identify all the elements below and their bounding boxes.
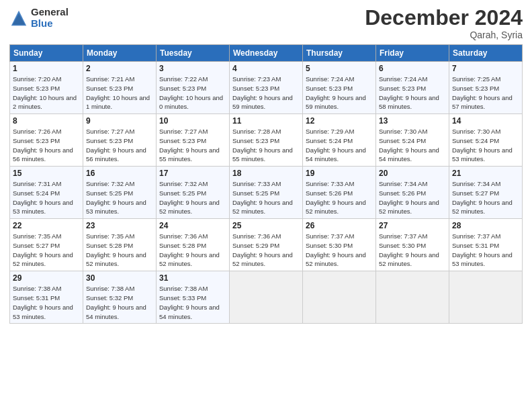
calendar-table: Sunday Monday Tuesday Wednesday Thursday…	[9, 44, 523, 324]
col-friday: Friday	[376, 45, 449, 62]
table-row: 22 Sunrise: 7:35 AMSunset: 5:27 PMDaylig…	[10, 219, 83, 271]
col-saturday: Saturday	[449, 45, 523, 62]
logo-general: General	[31, 7, 69, 18]
table-row: 28 Sunrise: 7:37 AMSunset: 5:31 PMDaylig…	[449, 219, 523, 271]
table-row: 20 Sunrise: 7:34 AMSunset: 5:26 PMDaylig…	[376, 167, 449, 219]
page: General Blue December 2024 Qarah, Syria …	[0, 0, 532, 411]
table-row: 18 Sunrise: 7:33 AMSunset: 5:25 PMDaylig…	[230, 167, 303, 219]
table-row: 11 Sunrise: 7:28 AMSunset: 5:23 PMDaylig…	[230, 114, 303, 167]
title-block: December 2024 Qarah, Syria	[365, 7, 523, 40]
table-row: 13 Sunrise: 7:30 AMSunset: 5:24 PMDaylig…	[376, 114, 449, 167]
week-row: 8 Sunrise: 7:26 AMSunset: 5:23 PMDayligh…	[10, 114, 523, 167]
col-tuesday: Tuesday	[157, 45, 230, 62]
week-row: 1 Sunrise: 7:20 AMSunset: 5:23 PMDayligh…	[10, 62, 523, 114]
empty-cell	[230, 271, 303, 324]
logo: General Blue	[9, 7, 69, 29]
col-sunday: Sunday	[10, 45, 83, 62]
col-wednesday: Wednesday	[230, 45, 303, 62]
week-row: 15 Sunrise: 7:31 AMSunset: 5:24 PMDaylig…	[10, 167, 523, 219]
table-row: 7 Sunrise: 7:25 AMSunset: 5:23 PMDayligh…	[449, 62, 523, 114]
table-row: 24 Sunrise: 7:36 AMSunset: 5:28 PMDaylig…	[157, 219, 230, 271]
svg-marker-1	[13, 13, 25, 25]
table-row: 29 Sunrise: 7:38 AMSunset: 5:31 PMDaylig…	[10, 271, 83, 324]
table-row: 31 Sunrise: 7:38 AMSunset: 5:33 PMDaylig…	[157, 271, 230, 324]
table-row: 5 Sunrise: 7:24 AMSunset: 5:23 PMDayligh…	[303, 62, 376, 114]
col-thursday: Thursday	[303, 45, 376, 62]
table-row: 27 Sunrise: 7:37 AMSunset: 5:30 PMDaylig…	[376, 219, 449, 271]
table-row: 26 Sunrise: 7:37 AMSunset: 5:30 PMDaylig…	[303, 219, 376, 271]
empty-cell	[376, 271, 449, 324]
table-row: 23 Sunrise: 7:35 AMSunset: 5:28 PMDaylig…	[83, 219, 157, 271]
table-row: 6 Sunrise: 7:24 AMSunset: 5:23 PMDayligh…	[376, 62, 449, 114]
table-row: 15 Sunrise: 7:31 AMSunset: 5:24 PMDaylig…	[10, 167, 83, 219]
empty-cell	[303, 271, 376, 324]
logo-icon	[9, 9, 28, 28]
week-row: 22 Sunrise: 7:35 AMSunset: 5:27 PMDaylig…	[10, 219, 523, 271]
table-row: 30 Sunrise: 7:38 AMSunset: 5:32 PMDaylig…	[83, 271, 157, 324]
table-row: 25 Sunrise: 7:36 AMSunset: 5:29 PMDaylig…	[230, 219, 303, 271]
week-row: 29 Sunrise: 7:38 AMSunset: 5:31 PMDaylig…	[10, 271, 523, 324]
table-row: 12 Sunrise: 7:29 AMSunset: 5:24 PMDaylig…	[303, 114, 376, 167]
table-row: 19 Sunrise: 7:33 AMSunset: 5:26 PMDaylig…	[303, 167, 376, 219]
table-row: 14 Sunrise: 7:30 AMSunset: 5:24 PMDaylig…	[449, 114, 523, 167]
col-monday: Monday	[83, 45, 157, 62]
table-row: 10 Sunrise: 7:27 AMSunset: 5:23 PMDaylig…	[157, 114, 230, 167]
table-row: 16 Sunrise: 7:32 AMSunset: 5:25 PMDaylig…	[83, 167, 157, 219]
header-row: Sunday Monday Tuesday Wednesday Thursday…	[10, 45, 523, 62]
table-row: 3 Sunrise: 7:22 AMSunset: 5:23 PMDayligh…	[157, 62, 230, 114]
empty-cell	[449, 271, 523, 324]
header: General Blue December 2024 Qarah, Syria	[9, 7, 523, 40]
table-row: 21 Sunrise: 7:34 AMSunset: 5:27 PMDaylig…	[449, 167, 523, 219]
table-row: 2 Sunrise: 7:21 AMSunset: 5:23 PMDayligh…	[83, 62, 157, 114]
table-row: 8 Sunrise: 7:26 AMSunset: 5:23 PMDayligh…	[10, 114, 83, 167]
logo-blue: Blue	[31, 18, 69, 30]
table-row: 4 Sunrise: 7:23 AMSunset: 5:23 PMDayligh…	[230, 62, 303, 114]
month-title: December 2024	[365, 7, 523, 28]
location-subtitle: Qarah, Syria	[365, 30, 523, 40]
table-row: 9 Sunrise: 7:27 AMSunset: 5:23 PMDayligh…	[83, 114, 157, 167]
table-row: 1 Sunrise: 7:20 AMSunset: 5:23 PMDayligh…	[10, 62, 83, 114]
table-row: 17 Sunrise: 7:32 AMSunset: 5:25 PMDaylig…	[157, 167, 230, 219]
